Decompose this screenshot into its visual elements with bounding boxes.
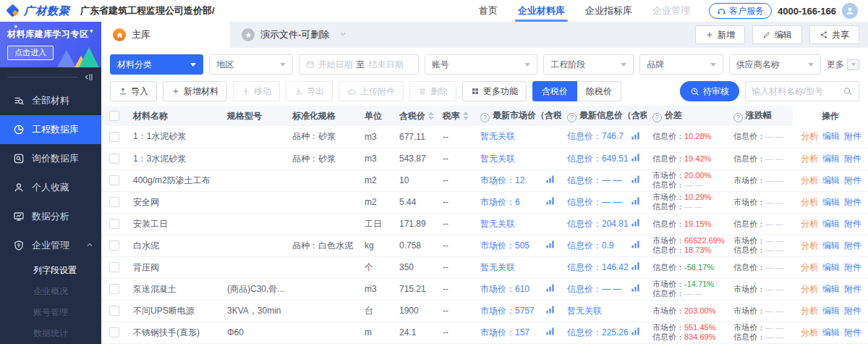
sidebar-item-数据分析[interactable]: 数据分析 (0, 202, 101, 231)
attachment-link[interactable]: 附件 (844, 327, 861, 337)
price-trend-chart-icon[interactable] (630, 196, 641, 209)
price-trend-chart-icon[interactable] (545, 304, 556, 317)
analyze-link[interactable]: 分析 (801, 240, 818, 251)
attachment-link[interactable]: 附件 (844, 197, 861, 207)
attachment-link[interactable]: 附件 (844, 219, 861, 229)
edit-link[interactable]: 编辑 (822, 219, 840, 229)
collapse-sidebar-icon[interactable] (83, 72, 94, 83)
row-checkbox[interactable] (109, 132, 119, 142)
price-trend-chart-icon[interactable] (630, 326, 641, 339)
search-icon[interactable] (843, 86, 853, 96)
user-avatar[interactable] (842, 3, 858, 19)
help-icon[interactable]: ? (480, 113, 490, 122)
attachment-link[interactable]: 附件 (844, 284, 861, 294)
edit-link[interactable]: 编辑 (822, 175, 840, 185)
help-icon[interactable]: ? (733, 113, 743, 122)
upload-attachment-button[interactable]: 上传附件 (339, 81, 404, 101)
banner-enter-button[interactable]: 点击进入 (7, 46, 54, 60)
analyze-link[interactable]: 分析 (801, 262, 818, 272)
edit-link[interactable]: 编辑 (822, 327, 840, 337)
nav-item-企业指标库[interactable]: 企业指标库 (585, 0, 632, 22)
price-trend-chart-icon[interactable] (630, 239, 641, 252)
sidebar-subitem-账号管理[interactable]: 账号管理 (0, 302, 101, 323)
sidebar-item-企业管理[interactable]: 企业管理 (0, 231, 101, 260)
edit-link[interactable]: 编辑 (822, 306, 840, 316)
price-trend-chart-icon[interactable] (630, 282, 641, 295)
attachment-link[interactable]: 附件 (844, 240, 861, 251)
price-trend-chart-icon[interactable] (545, 174, 556, 187)
analyze-link[interactable]: 分析 (801, 306, 818, 316)
price-trend-chart-icon[interactable] (545, 239, 556, 252)
row-checkbox[interactable] (109, 154, 119, 164)
nav-item-首页[interactable]: 首页 (479, 0, 498, 22)
row-checkbox[interactable] (109, 240, 119, 251)
edit-link[interactable]: 编辑 (822, 240, 840, 251)
price-trend-chart-icon[interactable] (630, 152, 641, 165)
analyze-link[interactable]: 分析 (801, 154, 818, 164)
sidebar-item-询价数据库[interactable]: 询价数据库 (0, 144, 101, 173)
move-button[interactable]: 移动 (233, 81, 280, 101)
row-checkbox[interactable] (109, 306, 119, 316)
region-select[interactable]: 地区 (209, 54, 292, 75)
material-category-select[interactable]: 材料分类 (110, 54, 203, 75)
nav-item-企业管理[interactable]: 企业管理 (652, 0, 690, 22)
attachment-link[interactable]: 附件 (844, 131, 861, 141)
delete-button[interactable]: 删除 (409, 81, 456, 101)
add-library-button[interactable]: 新增 (695, 25, 745, 44)
brand-select[interactable]: 品牌 (639, 54, 723, 75)
row-checkbox[interactable] (109, 197, 119, 207)
price-trend-chart-icon[interactable] (545, 196, 556, 209)
attachment-link[interactable]: 附件 (844, 175, 861, 185)
edit-link[interactable]: 编辑 (822, 131, 840, 141)
sidebar-subitem-数据统计[interactable]: 数据统计 (0, 323, 101, 344)
chevron-down-icon[interactable] (339, 30, 347, 41)
price-trend-chart-icon[interactable] (630, 174, 641, 187)
attachment-link[interactable]: 附件 (844, 154, 861, 164)
edit-link[interactable]: 编辑 (822, 262, 840, 272)
sidebar-subitem-列字段设置[interactable]: 列字段设置 (0, 260, 101, 281)
select-all-checkbox[interactable] (109, 111, 119, 121)
edit-link[interactable]: 编辑 (822, 284, 840, 294)
without-tax-toggle[interactable]: 除税价 (577, 81, 621, 101)
add-material-button[interactable]: 新增材料 (163, 81, 227, 101)
tab-demo-file[interactable]: 演示文件-可删除 (230, 22, 359, 48)
import-button[interactable]: 导入 (110, 81, 157, 101)
learning-zone-banner[interactable]: ✦ ✦ 材料库建库学习专区 点击进入 (0, 22, 101, 67)
row-checkbox[interactable] (109, 262, 119, 272)
price-trend-chart-icon[interactable] (630, 130, 641, 143)
row-checkbox[interactable] (109, 327, 119, 337)
price-trend-chart-icon[interactable] (545, 326, 556, 339)
edit-library-button[interactable]: 编辑 (752, 25, 802, 44)
date-range-picker[interactable]: 开始日期 至 结束日期 (299, 54, 419, 75)
project-stage-select[interactable]: 工程阶段 (543, 54, 634, 75)
more-functions-button[interactable]: 更多功能 (462, 81, 527, 101)
account-select[interactable]: 账号 (425, 54, 537, 75)
sidebar-item-工程数据库[interactable]: 工程数据库 (0, 115, 101, 144)
sidebar-subitem-企业概况[interactable]: 企业概况 (0, 281, 101, 302)
attachment-link[interactable]: 附件 (844, 262, 861, 272)
price-trend-chart-icon[interactable] (630, 261, 641, 274)
help-icon[interactable]: ? (567, 113, 576, 122)
analyze-link[interactable]: 分析 (801, 197, 818, 207)
analyze-link[interactable]: 分析 (801, 284, 818, 294)
row-checkbox[interactable] (109, 219, 119, 229)
analyze-link[interactable]: 分析 (801, 327, 818, 337)
sidebar-item-全部材料[interactable]: 全部材料 (0, 86, 101, 115)
share-library-button[interactable]: 共享 (809, 25, 859, 44)
export-button[interactable]: 导出 (286, 81, 333, 101)
more-filters-button[interactable]: 更多 (827, 59, 859, 71)
pending-audit-button[interactable]: 待审核 (680, 81, 739, 101)
analyze-link[interactable]: 分析 (801, 219, 818, 229)
with-tax-toggle[interactable]: 含税价 (532, 81, 577, 101)
sidebar-item-个人收藏[interactable]: 个人收藏 (0, 173, 101, 202)
edit-link[interactable]: 编辑 (822, 154, 840, 164)
sort-icon[interactable] (463, 112, 469, 120)
edit-link[interactable]: 编辑 (822, 197, 840, 207)
row-checkbox[interactable] (109, 175, 119, 185)
nav-item-企业材料库[interactable]: 企业材料库 (518, 0, 565, 22)
help-icon[interactable]: ? (652, 113, 662, 122)
tab-main-library[interactable]: 主库 (101, 22, 230, 48)
price-trend-chart-icon[interactable] (630, 217, 641, 230)
attachment-link[interactable]: 附件 (844, 306, 861, 316)
price-trend-chart-icon[interactable] (545, 282, 556, 295)
